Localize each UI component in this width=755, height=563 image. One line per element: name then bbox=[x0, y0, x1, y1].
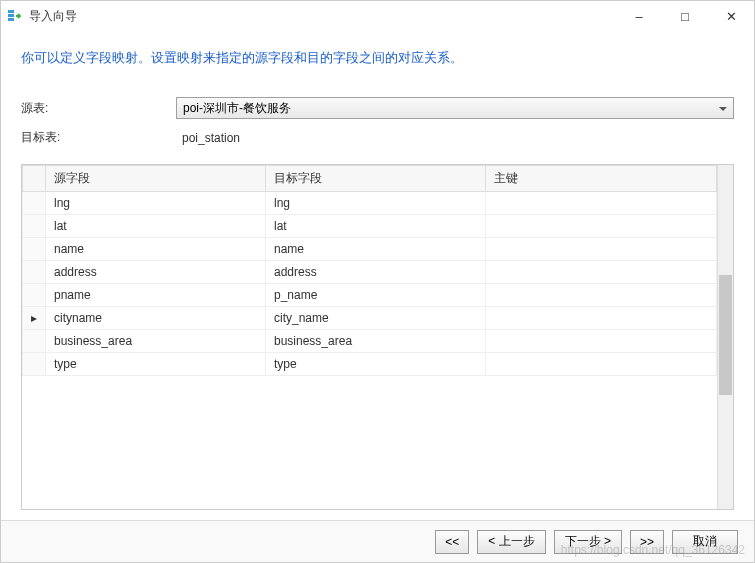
source-field-cell[interactable]: type bbox=[46, 353, 266, 376]
pk-cell[interactable] bbox=[486, 261, 717, 284]
mapping-table: 源字段 目标字段 主键 lnglnglatlatnamenameaddressa… bbox=[22, 165, 717, 376]
target-field-cell[interactable]: name bbox=[266, 238, 486, 261]
close-button[interactable]: ✕ bbox=[708, 1, 754, 31]
table-row[interactable]: namename bbox=[23, 238, 717, 261]
first-button[interactable]: << bbox=[435, 530, 469, 554]
target-table-value: poi_station bbox=[176, 131, 734, 145]
table-row[interactable]: ▸citynamecity_name bbox=[23, 307, 717, 330]
pk-cell[interactable] bbox=[486, 192, 717, 215]
row-handle[interactable] bbox=[23, 284, 46, 307]
row-handle[interactable] bbox=[23, 261, 46, 284]
row-handle[interactable] bbox=[23, 192, 46, 215]
source-field-cell[interactable]: lat bbox=[46, 215, 266, 238]
header-target[interactable]: 目标字段 bbox=[266, 166, 486, 192]
table-row[interactable]: pnamep_name bbox=[23, 284, 717, 307]
target-field-cell[interactable]: city_name bbox=[266, 307, 486, 330]
window-title: 导入向导 bbox=[29, 8, 616, 25]
pk-cell[interactable] bbox=[486, 284, 717, 307]
table-row[interactable]: lnglng bbox=[23, 192, 717, 215]
table-row[interactable]: addressaddress bbox=[23, 261, 717, 284]
row-handle[interactable] bbox=[23, 353, 46, 376]
row-handle[interactable] bbox=[23, 238, 46, 261]
source-table-value: poi-深圳市-餐饮服务 bbox=[183, 100, 291, 117]
target-table-label: 目标表: bbox=[21, 129, 176, 146]
import-wizard-window: 导入向导 – □ ✕ 你可以定义字段映射。设置映射来指定的源字段和目的字段之间的… bbox=[0, 0, 755, 563]
source-table-row: 源表: poi-深圳市-餐饮服务 bbox=[21, 97, 734, 119]
target-field-cell[interactable]: address bbox=[266, 261, 486, 284]
source-table-select[interactable]: poi-深圳市-餐饮服务 bbox=[176, 97, 734, 119]
content-area: 你可以定义字段映射。设置映射来指定的源字段和目的字段之间的对应关系。 源表: p… bbox=[1, 31, 754, 520]
app-icon bbox=[7, 8, 23, 24]
header-source[interactable]: 源字段 bbox=[46, 166, 266, 192]
last-button[interactable]: >> bbox=[630, 530, 664, 554]
table-row[interactable]: business_areabusiness_area bbox=[23, 330, 717, 353]
header-pk[interactable]: 主键 bbox=[486, 166, 717, 192]
target-field-cell[interactable]: lng bbox=[266, 192, 486, 215]
source-field-cell[interactable]: lng bbox=[46, 192, 266, 215]
wizard-footer: << < 上一步 下一步 > >> 取消 bbox=[1, 520, 754, 562]
mapping-table-scroll[interactable]: 源字段 目标字段 主键 lnglnglatlatnamenameaddressa… bbox=[22, 165, 717, 509]
source-field-cell[interactable]: business_area bbox=[46, 330, 266, 353]
svg-rect-0 bbox=[8, 10, 14, 13]
row-handle[interactable] bbox=[23, 330, 46, 353]
pk-cell[interactable] bbox=[486, 330, 717, 353]
scrollbar-thumb[interactable] bbox=[719, 275, 732, 395]
instruction-text: 你可以定义字段映射。设置映射来指定的源字段和目的字段之间的对应关系。 bbox=[21, 49, 734, 67]
pk-cell[interactable] bbox=[486, 215, 717, 238]
window-controls: – □ ✕ bbox=[616, 1, 754, 31]
table-row[interactable]: typetype bbox=[23, 353, 717, 376]
vertical-scrollbar[interactable] bbox=[717, 165, 733, 509]
pk-cell[interactable] bbox=[486, 238, 717, 261]
target-field-cell[interactable]: business_area bbox=[266, 330, 486, 353]
prev-button[interactable]: < 上一步 bbox=[477, 530, 545, 554]
mapping-table-wrapper: 源字段 目标字段 主键 lnglnglatlatnamenameaddressa… bbox=[21, 164, 734, 510]
svg-rect-2 bbox=[8, 18, 14, 21]
source-field-cell[interactable]: address bbox=[46, 261, 266, 284]
source-table-label: 源表: bbox=[21, 100, 176, 117]
title-bar: 导入向导 – □ ✕ bbox=[1, 1, 754, 31]
row-handle[interactable] bbox=[23, 215, 46, 238]
pk-cell[interactable] bbox=[486, 307, 717, 330]
svg-rect-1 bbox=[8, 14, 14, 17]
source-field-cell[interactable]: cityname bbox=[46, 307, 266, 330]
target-field-cell[interactable]: p_name bbox=[266, 284, 486, 307]
target-field-cell[interactable]: lat bbox=[266, 215, 486, 238]
minimize-button[interactable]: – bbox=[616, 1, 662, 31]
next-button[interactable]: 下一步 > bbox=[554, 530, 622, 554]
row-handle-header bbox=[23, 166, 46, 192]
source-field-cell[interactable]: pname bbox=[46, 284, 266, 307]
target-table-row: 目标表: poi_station bbox=[21, 129, 734, 146]
pk-cell[interactable] bbox=[486, 353, 717, 376]
row-handle[interactable]: ▸ bbox=[23, 307, 46, 330]
target-field-cell[interactable]: type bbox=[266, 353, 486, 376]
maximize-button[interactable]: □ bbox=[662, 1, 708, 31]
source-field-cell[interactable]: name bbox=[46, 238, 266, 261]
table-row[interactable]: latlat bbox=[23, 215, 717, 238]
cancel-button[interactable]: 取消 bbox=[672, 530, 738, 554]
